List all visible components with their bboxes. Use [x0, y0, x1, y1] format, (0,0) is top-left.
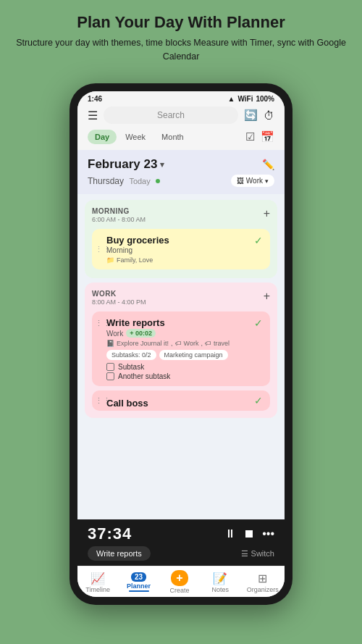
marketing-tag: Marketing campaign [159, 350, 228, 360]
organizers-label: Organizers [247, 586, 279, 593]
planner-underline [129, 590, 149, 592]
timer-display: 37:34 [88, 524, 132, 543]
morning-task-title: Buy groceries [106, 235, 263, 246]
timeline-label: Timeline [85, 586, 110, 593]
wifi-icon: WiFi [237, 95, 253, 103]
work-chevron-icon: ▾ [265, 177, 269, 185]
create-label: Create [169, 587, 189, 594]
work-section-header: WORK 8:00 AM - 4:00 PM + [92, 290, 270, 306]
tab-right-icons: ☑ 📅 [245, 130, 274, 143]
hamburger-icon[interactable]: ☰ [88, 109, 98, 122]
phone-frame: 1:46 ▲ WiFi 100% ☰ Search 🔄 ⏱ Day W [70, 83, 292, 605]
nav-item-organizers[interactable]: ⊞ Organizers [247, 572, 279, 593]
page-subtitle: Structure your day with themes, time blo… [14, 36, 348, 64]
switch-label[interactable]: ☰ Switch [241, 549, 274, 559]
timer-icon[interactable]: ⏱ [264, 109, 274, 122]
refresh-icon[interactable]: 🔄 [244, 109, 258, 122]
organizers-icon: ⊞ [258, 572, 267, 585]
day-subheader: Thursday Today 🖼 Work ▾ [77, 173, 285, 194]
nav-item-timeline[interactable]: 📈 Timeline [83, 572, 112, 593]
drag-handle-icon-3: ⋮⋮ [95, 396, 111, 406]
work-task1-check-icon[interactable]: ✓ [254, 317, 263, 329]
status-bar: 1:46 ▲ WiFi 100% [77, 91, 285, 104]
timer-label-bar: Write reports ☰ Switch [77, 545, 285, 566]
work-task-card-2[interactable]: ⋮⋮ Call boss ✓ [92, 390, 270, 411]
pause-icon[interactable]: ⏸ [224, 527, 236, 540]
nav-item-create[interactable]: + Create [165, 570, 194, 594]
signal-icon: ▲ [228, 95, 235, 103]
work-task2-check-icon[interactable]: ✓ [254, 395, 263, 406]
nav-item-planner[interactable]: 23 Planner [125, 572, 153, 592]
tab-month[interactable]: Month [154, 130, 191, 144]
top-nav: ☰ Search 🔄 ⏱ [77, 104, 285, 130]
morning-time: 6:00 AM - 8:00 AM [92, 216, 146, 223]
date-header: February 23 ▾ ✏️ [77, 150, 285, 173]
subtasks-count-tag: Subtasks: 0/2 [106, 350, 156, 360]
timer-task-label[interactable]: Write reports [88, 546, 151, 561]
morning-add-icon[interactable]: + [264, 207, 270, 220]
today-dot [156, 179, 160, 183]
drag-handle-icon: ⋮⋮ [95, 245, 111, 254]
notes-icon: 📝 [213, 572, 227, 585]
main-content: February 23 ▾ ✏️ Thursday Today 🖼 Work ▾ [77, 150, 285, 519]
timeline-icon: 📈 [90, 572, 105, 585]
tab-week[interactable]: Week [118, 130, 153, 144]
work-badge[interactable]: 🖼 Work ▾ [231, 175, 274, 187]
tab-day[interactable]: Day [88, 130, 117, 144]
notes-label: Notes [212, 586, 230, 593]
timer-bar: 37:34 ⏸ ⏹ ••• [77, 519, 285, 545]
morning-task-check-icon[interactable]: ✓ [254, 235, 263, 246]
calendar-icon[interactable]: 📅 [261, 130, 274, 143]
bottom-nav: 📈 Timeline 23 Planner + Create 📝 Notes ⊞… [77, 566, 285, 597]
subtask-1[interactable]: Subtask [106, 363, 263, 371]
work-add-icon[interactable]: + [264, 290, 270, 303]
morning-section: MORNING 6:00 AM - 8:00 AM + ⋮⋮ Buy groce… [85, 200, 277, 278]
phone-screen: 1:46 ▲ WiFi 100% ☰ Search 🔄 ⏱ Day W [77, 91, 285, 597]
work-task1-subtitle: Work [106, 330, 123, 338]
day-label: Thursday Today [88, 176, 160, 186]
work-task1-title: Write reports [106, 317, 165, 328]
tab-row: Day Week Month ☑ 📅 [77, 130, 285, 150]
work-badge-icon: 🖼 [237, 177, 244, 185]
morning-task-tags: 📁 Family, Love [106, 256, 263, 264]
page-header: Plan Your Day With Planner Structure you… [0, 0, 362, 71]
morning-task-subtitle: Morning [106, 246, 263, 254]
status-time: 1:46 [88, 95, 102, 103]
work-tag-icon: 🏷 [175, 340, 182, 347]
search-bar[interactable]: Search [104, 106, 238, 124]
drag-handle-icon-2: ⋮⋮ [95, 319, 111, 328]
battery-icon: 100% [256, 95, 274, 103]
travel-tag-icon: 🏷 [205, 340, 211, 347]
work-section: WORK 8:00 AM - 4:00 PM + ⋮⋮ Write report… [85, 283, 277, 418]
stop-icon[interactable]: ⏹ [243, 527, 255, 540]
date-title: February 23 ▾ [88, 157, 164, 172]
checkbox-2-icon [106, 372, 114, 380]
morning-section-header: MORNING 6:00 AM - 8:00 AM + [92, 207, 270, 223]
morning-task-card[interactable]: ⋮⋮ Buy groceries Morning 📁 Family, Love … [92, 229, 270, 269]
nav-item-notes[interactable]: 📝 Notes [206, 572, 235, 593]
checklist-icon[interactable]: ☑ [245, 130, 255, 143]
folder-icon: 📁 [106, 256, 114, 264]
timer-badge: + 00:02 [126, 329, 156, 338]
work-task-card-1[interactable]: ⋮⋮ Write reports Work + 00:02 📓 Explore … [92, 311, 270, 386]
morning-title: MORNING [92, 207, 146, 215]
checkbox-1-icon [106, 363, 114, 371]
timer-controls: ⏸ ⏹ ••• [224, 527, 274, 540]
chevron-down-icon[interactable]: ▾ [160, 160, 164, 170]
subtask-tags: Subtasks: 0/2 Marketing campaign [106, 350, 263, 360]
subtask-2[interactable]: Another subtask [106, 372, 263, 380]
planner-label: Planner [127, 582, 151, 590]
tab-group: Day Week Month [88, 130, 191, 144]
work-task2-title: Call boss [106, 398, 148, 409]
today-label: Today [129, 177, 150, 185]
planner-badge: 23 [131, 572, 146, 582]
page-title: Plan Your Day With Planner [14, 13, 348, 32]
edit-icon[interactable]: ✏️ [262, 159, 274, 170]
journal-icon: 📓 [106, 340, 114, 347]
work-section-time: 8:00 AM - 4:00 PM [92, 298, 146, 306]
work-section-title: WORK [92, 290, 146, 298]
list-icon: ☰ [241, 549, 248, 559]
status-right: ▲ WiFi 100% [228, 95, 275, 103]
create-icon: + [171, 570, 188, 586]
more-icon[interactable]: ••• [262, 527, 274, 540]
